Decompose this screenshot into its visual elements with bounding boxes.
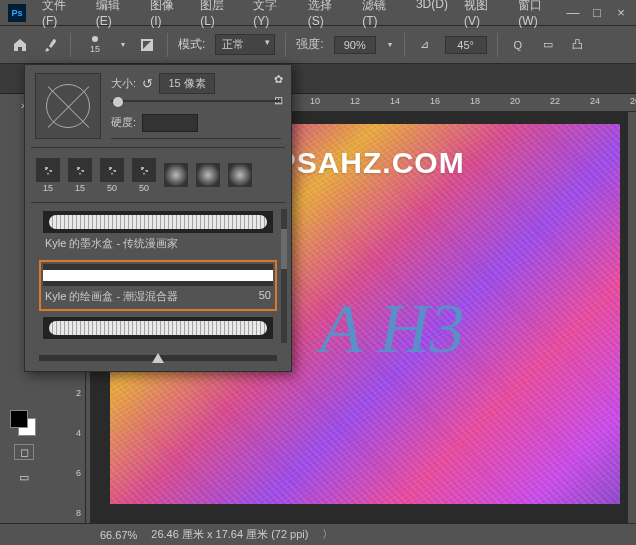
brush-stroke-item[interactable]: Kyle 的绘画盒 - 潮湿混合器50	[39, 260, 277, 311]
thumbnail-size-slider-area	[25, 349, 291, 371]
brush-presets-row: 15155050	[25, 148, 291, 202]
ruler-tick: 16	[430, 96, 440, 106]
ruler-tick: 14	[390, 96, 400, 106]
ruler-tick: 18	[470, 96, 480, 106]
scrollbar-thumb[interactable]	[281, 229, 287, 269]
menu-view[interactable]: 视图(V)	[458, 0, 508, 30]
search-icon[interactable]: Q	[508, 35, 528, 55]
brush-preset-item[interactable]	[225, 156, 255, 194]
minimize-button[interactable]: —	[566, 5, 580, 20]
color-swatches[interactable]	[8, 408, 36, 436]
preset-thumb	[100, 158, 124, 182]
ruler-tick: 10	[310, 96, 320, 106]
brush-preset-item[interactable]	[193, 156, 223, 194]
menu-image[interactable]: 图像(I)	[144, 0, 190, 30]
frame-icon[interactable]: ▭	[538, 35, 558, 55]
menu-type[interactable]: 文字(Y)	[247, 0, 297, 30]
hardness-label: 硬度:	[111, 115, 136, 130]
titlebar: Ps 文件(F) 编辑(E) 图像(I) 图层(L) 文字(Y) 选择(S) 滤…	[0, 0, 636, 26]
menubar: 文件(F) 编辑(E) 图像(I) 图层(L) 文字(Y) 选择(S) 滤镜(T…	[36, 0, 566, 30]
separator	[167, 33, 168, 57]
stroke-label: Kyle 的绘画盒 - 潮湿混合器50	[43, 286, 273, 307]
separator	[70, 33, 71, 57]
slider-thumb[interactable]	[152, 353, 164, 363]
statusbar: 66.67% 26.46 厘米 x 17.64 厘米 (72 ppi) 〉	[0, 523, 636, 545]
angle-input[interactable]: 45°	[445, 36, 487, 54]
brush-icon[interactable]	[40, 35, 60, 55]
size-label: 大小:	[111, 76, 136, 91]
scrollbar[interactable]	[281, 209, 287, 343]
brush-dot-icon	[92, 36, 98, 42]
menu-layer[interactable]: 图层(L)	[194, 0, 243, 30]
reset-icon[interactable]: ↺	[142, 76, 153, 91]
document-info[interactable]: 26.46 厘米 x 17.64 厘米 (72 ppi)	[151, 527, 308, 542]
mode-label: 模式:	[178, 36, 205, 53]
info-arrow-icon[interactable]: 〉	[322, 527, 333, 542]
zoom-level[interactable]: 66.67%	[100, 529, 137, 541]
preset-number: 15	[43, 183, 53, 193]
brush-preset-item[interactable]: 15	[33, 156, 63, 194]
brush-preset-picker[interactable]: 15	[81, 31, 109, 59]
chevron-down-icon[interactable]: ▾	[119, 40, 127, 49]
home-icon[interactable]	[10, 35, 30, 55]
stroke-preview	[43, 317, 273, 339]
gear-icon[interactable]: ✿	[274, 73, 283, 86]
angle-circle-icon	[46, 84, 90, 128]
screenmode-button[interactable]: ▭	[12, 466, 36, 488]
brush-angle-preview[interactable]	[35, 73, 101, 139]
brush-preset-item[interactable]: 15	[65, 156, 95, 194]
brush-strokes-list: Kyle 的墨水盒 - 传统漫画家Kyle 的绘画盒 - 潮湿混合器50	[25, 203, 291, 349]
preset-number: 15	[75, 183, 85, 193]
brush-preset-item[interactable]	[161, 156, 191, 194]
preset-number: 50	[139, 183, 149, 193]
ruler-tick: 6	[76, 468, 81, 478]
hardness-slider[interactable]	[111, 138, 281, 140]
strength-label: 强度:	[296, 36, 323, 53]
menu-select[interactable]: 选择(S)	[302, 0, 352, 30]
brush-stroke-item[interactable]	[39, 313, 277, 343]
slider-thumb[interactable]	[113, 97, 123, 107]
menu-3d[interactable]: 3D(D)	[410, 0, 454, 30]
ruler-tick: 24	[590, 96, 600, 106]
hardness-input[interactable]	[142, 114, 198, 132]
thumbnail-size-slider[interactable]	[39, 355, 277, 361]
menu-file[interactable]: 文件(F)	[36, 0, 86, 30]
brush-size-label: 15	[90, 44, 100, 54]
menu-filter[interactable]: 滤镜(T)	[356, 0, 406, 30]
ruler-tick: 20	[510, 96, 520, 106]
separator	[497, 33, 498, 57]
quickmask-button[interactable]: ◻	[14, 444, 34, 460]
size-slider[interactable]	[111, 100, 281, 102]
stroke-preview	[43, 211, 273, 233]
brush-preset-item[interactable]: 50	[129, 156, 159, 194]
ruler-tick: 2	[76, 388, 81, 398]
preset-thumb	[196, 163, 220, 187]
maximize-button[interactable]: □	[590, 5, 604, 20]
app-logo: Ps	[8, 4, 26, 22]
foreground-color-swatch[interactable]	[10, 410, 28, 428]
brush-preset-item[interactable]: 50	[97, 156, 127, 194]
ruler-tick: 26	[630, 96, 636, 106]
strength-input[interactable]: 90%	[334, 36, 376, 54]
panel-corner-icons: ✿ ⊞	[274, 73, 283, 107]
ruler-tick: 8	[76, 508, 81, 518]
ruler-tick: 12	[350, 96, 360, 106]
brush-settings-icon[interactable]	[137, 35, 157, 55]
close-button[interactable]: ×	[614, 5, 628, 20]
stroke-label: Kyle 的墨水盒 - 传统漫画家	[43, 233, 273, 254]
angle-icon: ⊿	[415, 35, 435, 55]
chevron-down-icon[interactable]: ▾	[386, 40, 394, 49]
ruler-tick: 22	[550, 96, 560, 106]
mode-dropdown[interactable]: 正常	[215, 34, 275, 55]
brush-preset-panel: ✿ ⊞ 大小: ↺ 15 像素 硬度: 15155050 Kyle 的墨水盒 -…	[24, 64, 292, 372]
separator	[285, 33, 286, 57]
size-input[interactable]: 15 像素	[159, 73, 215, 94]
menu-edit[interactable]: 编辑(E)	[90, 0, 140, 30]
preset-thumb	[164, 163, 188, 187]
stroke-preview	[43, 264, 273, 286]
brush-stroke-item[interactable]: Kyle 的墨水盒 - 传统漫画家	[39, 207, 277, 258]
menu-window[interactable]: 窗口(W)	[512, 0, 566, 30]
preset-thumb	[132, 158, 156, 182]
share-icon[interactable]: 凸	[568, 35, 588, 55]
separator	[404, 33, 405, 57]
